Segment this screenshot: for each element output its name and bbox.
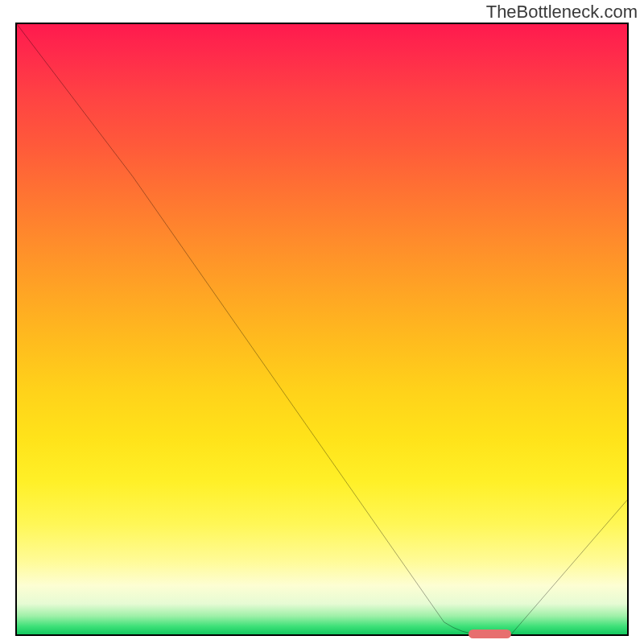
plot-area [15, 23, 629, 636]
optimal-marker [469, 630, 511, 638]
watermark-text: TheBottleneck.com [486, 2, 638, 23]
bottleneck-curve [17, 24, 627, 634]
chart-container: TheBottleneck.com [0, 0, 644, 644]
curve-path [17, 24, 627, 634]
